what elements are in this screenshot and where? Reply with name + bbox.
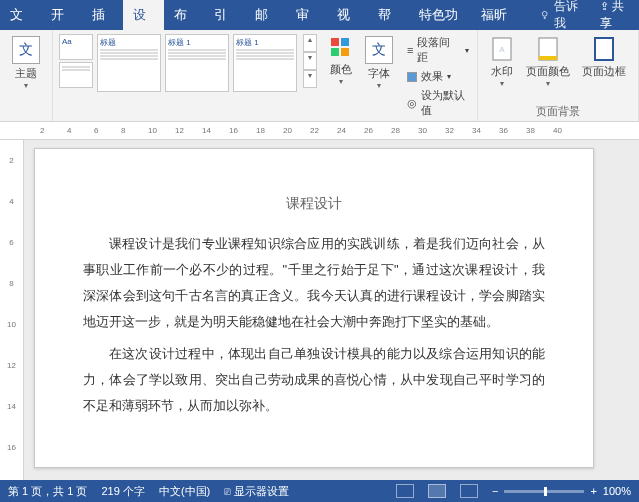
status-display[interactable]: ⎚ 显示器设置 — [224, 484, 289, 499]
scroll-down-icon[interactable]: ▾ — [303, 52, 317, 70]
style-thumb[interactable]: Aa — [59, 34, 93, 60]
style-thumb[interactable]: 标题 1 — [233, 34, 297, 92]
zoom-out-icon[interactable]: − — [492, 485, 498, 497]
view-print-icon[interactable] — [428, 484, 446, 498]
ruler-tick: 36 — [499, 126, 508, 135]
scroll-up-icon[interactable]: ▴ — [303, 34, 317, 52]
zoom-value[interactable]: 100% — [603, 485, 631, 497]
page-color-icon — [536, 36, 560, 62]
style-gallery[interactable]: Aa 标题 标题 1 标题 1 ▴▾▾ — [59, 34, 317, 92]
tab-insert[interactable]: 插入 — [82, 0, 123, 30]
status-words[interactable]: 219 个字 — [101, 484, 144, 499]
workspace: 246810121416 课程设计 课程设计是我们专业课程知识综合应用的实践训练… — [0, 140, 639, 480]
tell-me[interactable]: 告诉我 — [532, 0, 590, 32]
ruler-tick: 34 — [472, 126, 481, 135]
ruler-tick: 26 — [364, 126, 373, 135]
para-spacing-button[interactable]: ≡段落间距▾ — [405, 34, 471, 66]
watermark-button[interactable]: A 水印 ▾ — [484, 34, 520, 90]
group-page-bg: A 水印 ▾ 页面颜色 ▾ 页面边框 页面背景 — [478, 30, 639, 121]
tab-mailings[interactable]: 邮件 — [245, 0, 286, 30]
themes-label: 主题 — [15, 66, 37, 81]
ruler-tick: 40 — [553, 126, 562, 135]
doc-title[interactable]: 课程设计 — [83, 189, 545, 217]
tab-design[interactable]: 设计 — [123, 0, 164, 30]
format-options: ≡段落间距▾ 效果▾ ◎设为默认值 — [405, 34, 471, 119]
svg-point-0 — [543, 11, 548, 16]
effects-button[interactable]: 效果▾ — [405, 68, 471, 85]
tab-features[interactable]: 特色功能 — [409, 0, 471, 30]
view-read-icon[interactable] — [396, 484, 414, 498]
view-web-icon[interactable] — [460, 484, 478, 498]
lightbulb-icon — [540, 9, 549, 21]
style-thumb[interactable]: 标题 1 — [165, 34, 229, 92]
set-default-icon: ◎ — [407, 97, 417, 110]
style-thumb[interactable]: 标题 — [97, 34, 161, 92]
ruler-tick: 2 — [40, 126, 44, 135]
svg-rect-9 — [595, 38, 613, 60]
svg-rect-8 — [539, 56, 557, 60]
ribbon: 文 主题 ▾ Aa 标题 标题 1 标题 1 ▴▾▾ 颜色 ▾ — [0, 30, 639, 122]
ruler-tick: 4 — [67, 126, 71, 135]
colors-icon — [329, 36, 353, 60]
tab-home[interactable]: 开始 — [41, 0, 82, 30]
effects-icon — [407, 72, 417, 82]
zoom-in-icon[interactable]: + — [590, 485, 596, 497]
page-scroll[interactable]: 课程设计 课程设计是我们专业课程知识综合应用的实践训练，着是我们迈向社会，从事职… — [24, 140, 639, 480]
ruler-tick: 24 — [337, 126, 346, 135]
status-lang[interactable]: 中文(中国) — [159, 484, 210, 499]
group-pagebg-label: 页面背景 — [484, 102, 632, 119]
ruler-tick: 22 — [310, 126, 319, 135]
zoom-control[interactable]: − + 100% — [492, 485, 631, 497]
ruler-tick: 12 — [7, 361, 16, 370]
themes-icon: 文 — [12, 36, 40, 64]
tell-me-label: 告诉我 — [554, 0, 582, 32]
ruler-vertical[interactable]: 246810121416 — [0, 140, 24, 480]
svg-rect-4 — [341, 48, 349, 56]
tab-foxit[interactable]: 福昕PDF — [471, 0, 533, 30]
ruler-tick: 20 — [283, 126, 292, 135]
style-thumb[interactable] — [59, 62, 93, 88]
colors-label: 颜色 — [330, 62, 352, 77]
tab-layout[interactable]: 布局 — [164, 0, 205, 30]
set-default-button[interactable]: ◎设为默认值 — [405, 87, 471, 119]
tab-references[interactable]: 引用 — [204, 0, 245, 30]
ruler-tick: 6 — [9, 238, 13, 247]
page-border-label: 页面边框 — [582, 64, 626, 79]
doc-para[interactable]: 课程设计是我们专业课程知识综合应用的实践训练，着是我们迈向社会，从事职业工作前一… — [83, 231, 545, 335]
page-color-label: 页面颜色 — [526, 64, 570, 79]
svg-text:A: A — [499, 45, 505, 54]
share-button[interactable]: ⇪ 共享 — [590, 0, 639, 32]
ruler-tick: 16 — [229, 126, 238, 135]
ruler-tick: 16 — [7, 443, 16, 452]
doc-para[interactable]: 在这次设计过程中，体现出自己单独设计模具的能力以及综合运用知识的能力，体会了学以… — [83, 341, 545, 419]
fonts-icon: 文 — [365, 36, 393, 64]
gallery-scroll[interactable]: ▴▾▾ — [303, 34, 317, 92]
watermark-label: 水印 — [491, 64, 513, 79]
ruler-tick: 32 — [445, 126, 454, 135]
document-page[interactable]: 课程设计 课程设计是我们专业课程知识综合应用的实践训练，着是我们迈向社会，从事职… — [34, 148, 594, 468]
page-border-button[interactable]: 页面边框 — [576, 34, 632, 81]
zoom-slider[interactable] — [504, 490, 584, 493]
set-default-label: 设为默认值 — [421, 88, 469, 118]
tab-view[interactable]: 视图 — [327, 0, 368, 30]
svg-rect-2 — [341, 38, 349, 46]
ruler-tick: 14 — [7, 402, 16, 411]
ruler-tick: 30 — [418, 126, 427, 135]
tab-file[interactable]: 文件 — [0, 0, 41, 30]
ruler-tick: 4 — [9, 197, 13, 206]
status-display-label: 显示器设置 — [234, 485, 289, 497]
themes-button[interactable]: 文 主题 ▾ — [6, 34, 46, 92]
ruler-tick: 8 — [9, 279, 13, 288]
scroll-more-icon[interactable]: ▾ — [303, 70, 317, 88]
menu-bar: 文件 开始 插入 设计 布局 引用 邮件 审阅 视图 帮助 特色功能 福昕PDF… — [0, 0, 639, 30]
fonts-button[interactable]: 文 字体 ▾ — [359, 34, 399, 92]
tab-help[interactable]: 帮助 — [368, 0, 409, 30]
colors-button[interactable]: 颜色 ▾ — [323, 34, 359, 88]
tab-review[interactable]: 审阅 — [286, 0, 327, 30]
para-spacing-label: 段落间距 — [417, 35, 461, 65]
status-page[interactable]: 第 1 页，共 1 页 — [8, 484, 87, 499]
ruler-horizontal[interactable]: 246810121416182022242628303234363840 — [0, 122, 639, 140]
ruler-tick: 28 — [391, 126, 400, 135]
page-color-button[interactable]: 页面颜色 ▾ — [520, 34, 576, 90]
ruler-tick: 10 — [7, 320, 16, 329]
